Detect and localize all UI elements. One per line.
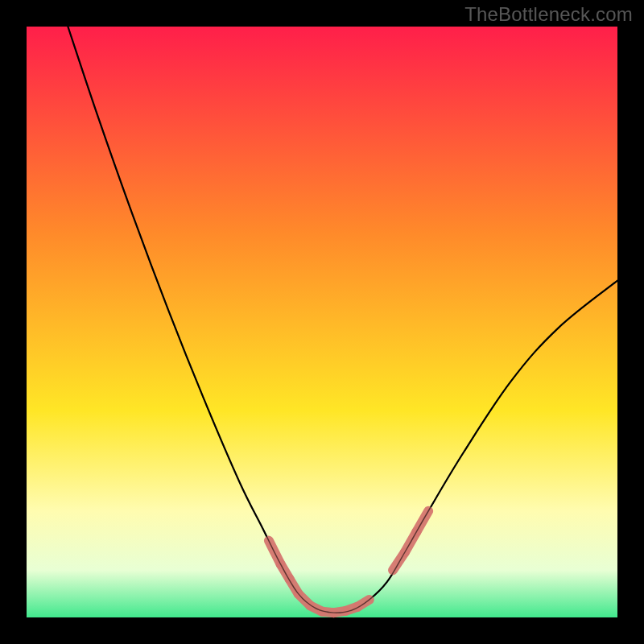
attribution-text: TheBottleneck.com xyxy=(464,3,633,26)
bottleneck-chart xyxy=(0,0,644,644)
plot-area xyxy=(27,27,617,617)
chart-frame: TheBottleneck.com xyxy=(0,0,644,644)
